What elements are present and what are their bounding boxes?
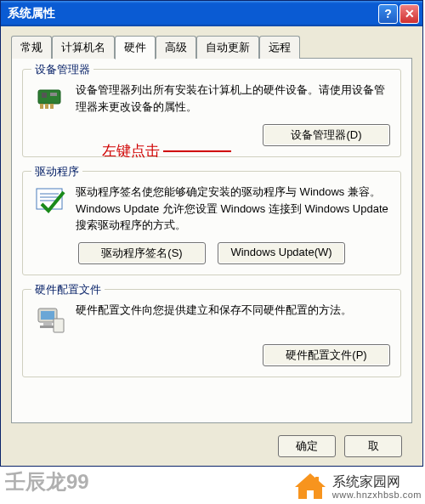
- window-title: 系统属性: [8, 6, 55, 21]
- group-title-hwprofile: 硬件配置文件: [31, 282, 105, 297]
- svg-rect-14: [54, 319, 64, 332]
- svg-rect-11: [41, 311, 54, 320]
- cancel-button[interactable]: 取: [344, 435, 402, 457]
- svg-rect-13: [40, 326, 55, 328]
- titlebar[interactable]: 系统属性 ? ✕: [1, 1, 422, 26]
- group-title-devmgr: 设备管理器: [31, 62, 94, 77]
- svg-rect-2: [45, 104, 48, 109]
- svg-marker-15: [295, 473, 326, 499]
- tabstrip: 常规 计算机名 硬件 高级 自动更新 远程: [11, 36, 412, 59]
- tab-page-hardware: 设备管理器 设备管理器列出所有安装在计算机上的硬件设备。请使用设备管理器来更改设…: [11, 58, 412, 423]
- driver-signing-icon: [33, 184, 67, 218]
- help-button[interactable]: ?: [378, 4, 398, 24]
- watermark-site: 系统家园网 www.hnzxhbsb.com: [293, 472, 422, 502]
- svg-rect-16: [315, 477, 319, 484]
- pci-card-icon: [33, 82, 67, 116]
- group-title-driver: 驱动程序: [31, 164, 82, 179]
- watermark-url: www.hnzxhbsb.com: [332, 490, 422, 500]
- driver-desc: 驱动程序签名使您能够确定安装的驱动程序与 Windows 兼容。Windows …: [76, 184, 390, 234]
- hwprofile-desc: 硬件配置文件向您提供建立和保存不同硬件配置的方法。: [76, 302, 390, 336]
- house-icon: [293, 472, 327, 502]
- svg-rect-3: [50, 104, 54, 109]
- svg-rect-0: [38, 90, 60, 104]
- hardware-profile-icon: [33, 302, 67, 336]
- hardware-profiles-button[interactable]: 硬件配置文件(P): [263, 344, 390, 366]
- tab-general[interactable]: 常规: [11, 36, 52, 59]
- tab-hardware[interactable]: 硬件: [115, 36, 156, 59]
- svg-rect-12: [43, 322, 52, 326]
- tab-computer-name[interactable]: 计算机名: [52, 36, 115, 59]
- system-properties-window: 系统属性 ? ✕ 常规 计算机名 硬件 高级 自动更新 远程 设备管理器: [0, 0, 423, 467]
- titlebar-buttons: ? ✕: [378, 4, 419, 24]
- watermark-title: 系统家园网: [332, 474, 422, 490]
- dialog-body: 常规 计算机名 硬件 高级 自动更新 远程 设备管理器: [1, 26, 422, 430]
- watermark-author: 壬辰龙99: [5, 468, 89, 496]
- group-hw-profiles: 硬件配置文件 硬件配置文件向您提供建立和保存不同硬件配置的方法。: [22, 289, 401, 377]
- svg-rect-5: [50, 93, 57, 96]
- tab-remote[interactable]: 远程: [259, 36, 300, 59]
- svg-rect-4: [42, 93, 47, 98]
- annotation-text: 左键点击: [102, 141, 160, 161]
- tab-auto-update[interactable]: 自动更新: [196, 36, 259, 59]
- device-manager-button[interactable]: 设备管理器(D): [263, 124, 390, 146]
- windows-update-button[interactable]: Windows Update(W): [218, 242, 345, 264]
- driver-signing-button[interactable]: 驱动程序签名(S): [78, 242, 206, 264]
- ok-button[interactable]: 确定: [278, 435, 336, 457]
- annotation-arrow-line: [163, 150, 231, 152]
- annotation-left-click: 左键点击: [102, 141, 231, 161]
- devmgr-desc: 设备管理器列出所有安装在计算机上的硬件设备。请使用设备管理器来更改设备的属性。: [76, 82, 390, 116]
- svg-rect-1: [40, 104, 43, 109]
- tab-advanced[interactable]: 高级: [156, 36, 196, 59]
- dialog-button-row: 确定 取: [1, 430, 422, 466]
- group-driver: 驱动程序 驱动程序签名使您能够确定安装的驱动程序与 Windows 兼容。Win…: [22, 171, 401, 275]
- close-button[interactable]: ✕: [400, 4, 419, 24]
